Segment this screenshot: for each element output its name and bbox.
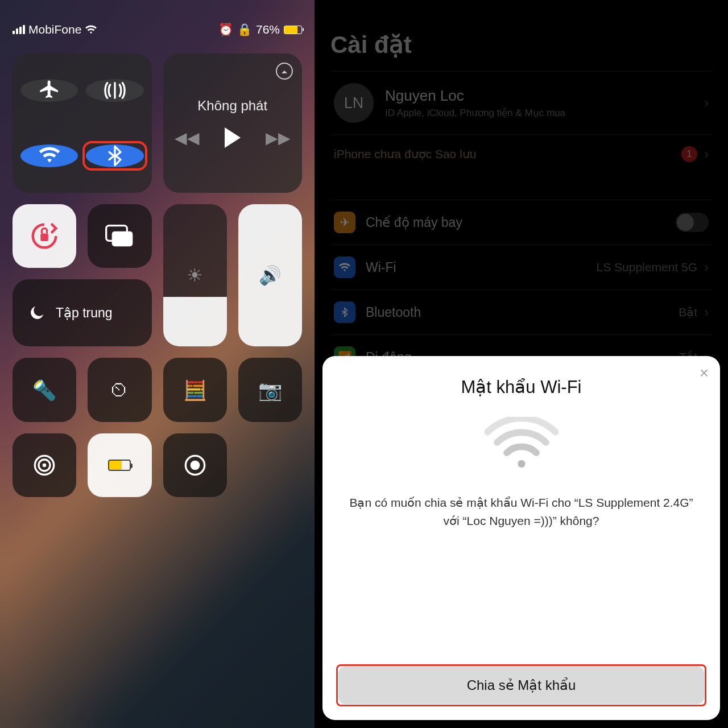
camera-icon: 📷 [258,379,282,402]
focus-label: Tập trung [56,305,113,321]
timer-button[interactable]: ⏲ [88,358,151,421]
alarm-icon: ⏰ [218,23,233,36]
connectivity-tile[interactable] [13,53,152,193]
volume-icon: 🔊 [259,264,282,286]
media-tile[interactable]: Không phát ◀◀ ▶▶ [163,53,303,193]
orientation-lock-button[interactable] [13,204,76,268]
wifi-value: LS Supplement 5G [597,260,697,274]
wifi-cell[interactable]: Wi-Fi LS Supplement 5G › [330,245,712,289]
svg-rect-0 [40,233,48,241]
svg-point-5 [43,463,47,467]
svg-rect-2 [112,231,133,246]
sheet-title: Mật khẩu Wi-Fi [338,377,704,398]
sheet-body: Bạn có muốn chia sẻ mật khẩu Wi-Fi cho “… [338,494,704,530]
bluetooth-cell[interactable]: Bluetooth Bật › [330,289,712,334]
chevron-right-icon: › [704,304,709,320]
timer-icon: ⏲ [110,379,129,401]
camera-button[interactable]: 📷 [238,358,302,421]
focus-button[interactable]: Tập trung [13,279,152,347]
profile-subtitle: ID Apple, iCloud, Phương tiện & Mục mua [385,107,565,119]
apple-id-cell[interactable]: LN Nguyen Loc ID Apple, iCloud, Phương t… [330,71,712,134]
antenna-icon [104,79,126,102]
avatar: LN [334,83,374,123]
airplane-toggle[interactable] [676,213,709,232]
wifi-icon [334,257,355,278]
backup-warning-label: iPhone chưa được Sao lưu [334,147,476,161]
accessibility-icon [33,454,56,477]
chevron-right-icon: › [704,95,709,111]
next-track-button[interactable]: ▶▶ [266,129,291,147]
brightness-slider[interactable]: ☀ [163,204,227,347]
bluetooth-toggle[interactable] [86,144,143,167]
calculator-button[interactable]: 🧮 [163,358,227,421]
profile-name: Nguyen Loc [385,87,565,105]
media-title-label: Không phát [197,98,267,114]
orientation-lock-icon [29,221,60,251]
flashlight-button[interactable]: 🔦 [13,358,76,421]
battery-icon [284,26,302,34]
cellular-data-toggle[interactable] [86,79,143,102]
previous-track-button[interactable]: ◀◀ [175,129,200,147]
screen-mirror-button[interactable] [88,204,151,268]
warning-badge: 1 [681,146,697,162]
cellular-bars-icon [13,25,25,34]
wifi-status-icon [85,24,97,35]
bluetooth-icon [104,144,126,167]
flashlight-icon: 🔦 [32,379,56,402]
wifi-large-icon [485,417,559,471]
chevron-right-icon: › [704,259,709,275]
wifi-icon [38,144,61,167]
bluetooth-label: Bluetooth [366,305,421,320]
battery-pct-label: 76% [256,23,280,36]
airplane-icon [38,79,61,102]
wifi-share-sheet: × Mật khẩu Wi-Fi Bạn có muốn chia sẻ mật… [322,356,720,720]
screen-record-button[interactable] [163,433,227,497]
backup-warning-cell[interactable]: iPhone chưa được Sao lưu 1 › [330,134,712,173]
svg-point-7 [190,460,200,470]
play-button[interactable] [225,127,241,148]
status-bar: MobiFone ⏰ 🔒 76% [13,22,302,38]
airplane-label: Chế độ máy bay [366,215,462,230]
close-button[interactable]: × [700,364,709,382]
record-icon [184,454,206,477]
wifi-label: Wi-Fi [366,260,396,275]
wifi-toggle[interactable] [20,144,78,167]
low-power-icon [108,460,131,471]
carrier-label: MobiFone [28,23,81,36]
calculator-icon: 🧮 [183,379,207,402]
chevron-right-icon: › [704,146,709,162]
bluetooth-icon [334,301,355,323]
volume-slider[interactable]: 🔊 [238,204,302,347]
airplane-icon: ✈ [334,212,355,233]
moon-icon [27,303,47,322]
accessibility-button[interactable] [13,433,76,497]
airplay-icon[interactable] [276,63,293,80]
share-password-button[interactable]: Chia sẻ Mật khẩu [338,667,704,704]
airplane-mode-toggle[interactable] [20,79,78,102]
orientation-lock-status-icon: 🔒 [237,23,252,36]
page-title: Cài đặt [330,31,712,59]
screen-mirror-icon [105,224,134,248]
low-power-mode-button[interactable] [88,433,151,497]
bluetooth-value: Bật [679,305,697,319]
settings-screen: Cài đặt LN Nguyen Loc ID Apple, iCloud, … [315,0,728,728]
brightness-icon: ☀ [187,264,203,286]
airplane-mode-cell[interactable]: ✈ Chế độ máy bay [330,200,712,245]
control-center-screen: MobiFone ⏰ 🔒 76% [0,0,315,728]
